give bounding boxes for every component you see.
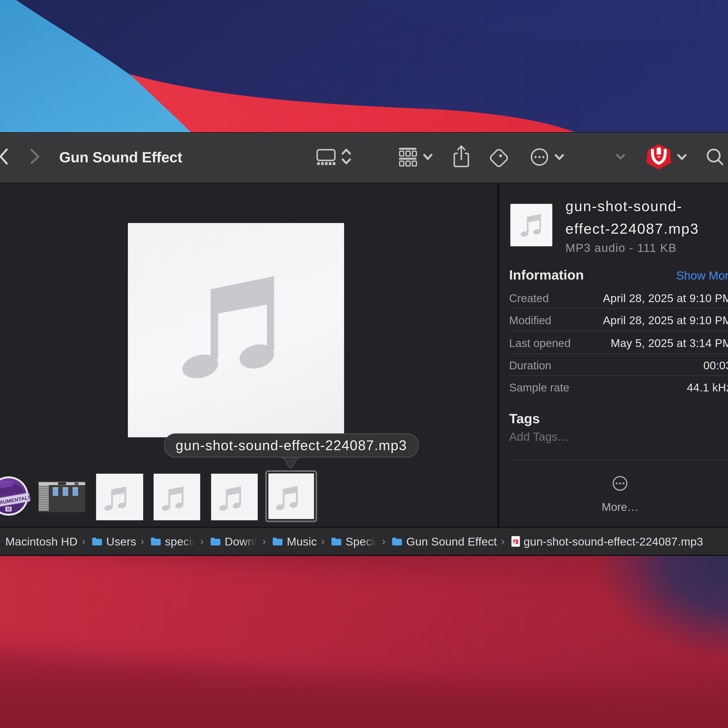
svg-text:H: H [7,507,10,511]
